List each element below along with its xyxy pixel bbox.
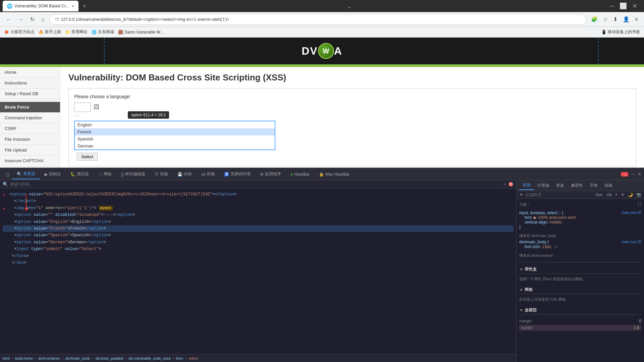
right-tab-animation[interactable]: 动画	[601, 181, 616, 190]
right-tab-compat[interactable]: 兼容性	[568, 181, 586, 190]
new-tab-button[interactable]: +	[80, 3, 89, 10]
maximize-button[interactable]: ⬜	[620, 2, 627, 10]
breadcrumb-main-body[interactable]: div#main_body	[65, 356, 90, 360]
devtools-tab-memory[interactable]: 💾 内存	[173, 169, 197, 179]
dvwa-bookmark-icon: 🟫	[118, 30, 123, 35]
sidebar-item-insecure-captcha[interactable]: Insecure CAPTCHA	[0, 156, 60, 166]
forward-button[interactable]: →	[16, 15, 25, 24]
mobile-bookmarks[interactable]: 📱 移动设备上的书签	[601, 29, 640, 35]
right-tab-computed[interactable]: 计算值	[534, 181, 553, 190]
devtools-tab-max-hackbar[interactable]: 🔒 Max HackBar	[314, 170, 354, 179]
bookmark-newuser[interactable]: 🔥 新手上路	[39, 29, 61, 35]
sidebar-item-csrf[interactable]: CSRF	[0, 123, 60, 134]
sidebar-item-setup[interactable]: Setup / Reset DB	[0, 88, 60, 99]
main-body-prop-fontsize: font-size: 13px; ⚠	[519, 244, 558, 249]
address-text: 127.0.0.1/dvwa/vulnerabilities/xss_d/?de…	[61, 17, 229, 22]
breadcrumb-container[interactable]: div#container	[38, 356, 60, 360]
pick-element-button[interactable]: 🎯	[508, 182, 514, 187]
sidebar-item-brute-force[interactable]: Brute Force	[0, 102, 60, 113]
breadcrumb-html[interactable]: html	[3, 356, 10, 360]
devtools-tab-inspector[interactable]: 🔍 查看器	[12, 169, 40, 179]
menu-button[interactable]: ≡	[633, 15, 640, 24]
screenshot-btn[interactable]: 📷	[636, 192, 641, 197]
bookmark-common[interactable]: 📁 常用网址	[65, 29, 88, 35]
home-button[interactable]: ⌂	[39, 15, 47, 24]
styles-filter-input[interactable]	[525, 192, 593, 197]
bookmark-jd[interactable]: 🌐 京东商城	[92, 29, 114, 35]
border-label: border	[521, 325, 533, 330]
bookmark-dvwa[interactable]: 🟫 Damn Vulnerable W...	[118, 30, 163, 35]
breadcrumb-vuln-area[interactable]: div.vulnerable_code_area	[128, 356, 170, 360]
element-styles: 元素 :: { }	[519, 201, 641, 208]
devtools-tab-accessibility[interactable]: ♿ 无障碍环境	[219, 169, 255, 179]
sidebar-item-file-upload[interactable]: File Upload	[0, 145, 60, 156]
grid-section-title[interactable]: ▼ 网格	[519, 286, 641, 294]
tab-list-button[interactable]: ⌄	[347, 3, 352, 9]
breadcrumb-body-padded[interactable]: div.body_padded	[96, 356, 123, 360]
select-button[interactable]: Select	[77, 153, 98, 161]
sidebar-item-command-injection[interactable]: Command Injection	[0, 113, 60, 123]
firefox-icon: 🦊	[4, 30, 9, 35]
add-rule-btn[interactable]: +	[615, 192, 618, 197]
language-select[interactable]	[74, 103, 91, 112]
devtools-tab-network[interactable]: ↑↓ 网络	[94, 169, 116, 179]
devtools-tab-debugger[interactable]: 🐛 调试器	[66, 169, 94, 179]
refresh-button[interactable]: ↻	[28, 15, 37, 24]
devtools-tab-app[interactable]: ⚙ 应用程序	[255, 169, 286, 179]
sidebar-item-file-inclusion[interactable]: File Inclusion	[0, 134, 60, 145]
devtools-tab-hackbar[interactable]: ● HackBar	[286, 170, 314, 179]
dark-theme-btn[interactable]: 🌙	[628, 192, 633, 197]
option-german[interactable]: German	[75, 142, 275, 149]
extensions-button[interactable]: 🧩	[589, 15, 600, 24]
error-icon: !	[623, 172, 624, 176]
minimize-button[interactable]: ─	[610, 3, 614, 10]
breadcrumb-form[interactable]: form	[176, 356, 183, 360]
breadcrumb-body[interactable]: body.home	[15, 356, 33, 360]
css-class-btn[interactable]: .cls	[606, 192, 612, 197]
tab-close-button[interactable]: ✕	[71, 4, 74, 8]
devtools-inspector-icon[interactable]: ◻	[3, 172, 12, 177]
box-model-values: margin 0 border 1.6	[519, 316, 641, 334]
right-tab-changes[interactable]: 更改	[553, 181, 568, 190]
inherit-css-file[interactable]: main.css:32	[622, 240, 641, 244]
sidebar-item-instructions[interactable]: Instructions	[0, 78, 60, 88]
close-button[interactable]: ✕	[632, 2, 637, 10]
address-bar[interactable]: 🛡 127.0.0.1/dvwa/vulnerabilities/xss_d/?…	[49, 14, 586, 25]
dvwa-header: DV W A	[0, 38, 644, 64]
light-theme-btn[interactable]: ☀	[621, 192, 625, 197]
devtools-tab-performance[interactable]: ⏱ 性能	[150, 169, 173, 179]
bookmark-button[interactable]: ☆	[601, 15, 610, 24]
page-title: Vulnerability: DOM Based Cross Site Scri…	[68, 72, 636, 83]
breadcrumb-select[interactable]: select	[189, 356, 198, 360]
bookmarks-bar: 🦊 火狐官方站点 🔥 新手上路 📁 常用网址 🌐 京东商城 🟫 Damn Vul…	[0, 27, 644, 38]
dvwa-sidebar: Home Instructions Setup / Reset DB Brute…	[0, 67, 60, 168]
devtools-tab-style-editor[interactable]: {} 样式编辑器	[116, 169, 150, 179]
option-tooltip: option 611.4 × 19.2	[128, 111, 169, 119]
option-english[interactable]: English	[75, 121, 275, 128]
devtools-tab-console[interactable]: ▶ 控制台	[40, 169, 66, 179]
browser-window: 🌐 Vulnerability: DOM Based Cr... ✕ + ⌄ ─…	[0, 0, 644, 362]
input-css-file[interactable]: main.css:32	[622, 210, 641, 215]
active-tab[interactable]: 🌐 Vulnerability: DOM Based Cr... ✕	[3, 1, 78, 11]
right-tab-layout[interactable]: 布局	[519, 181, 534, 190]
profile-button[interactable]: 👤	[621, 15, 632, 24]
back-button[interactable]: ←	[4, 15, 13, 24]
inherit-container-label: 继承自 div#container	[519, 252, 641, 259]
download-button[interactable]: ⬇	[611, 15, 620, 24]
sidebar-item-sql-injection[interactable]: SQL Injection	[0, 166, 60, 168]
sidebar-item-home[interactable]: Home	[0, 67, 60, 78]
devtools-tab-storage[interactable]: 🗃 存储	[197, 169, 219, 179]
box-model-title[interactable]: ▼ 盒模型	[519, 306, 641, 315]
html-search-input[interactable]	[10, 182, 501, 187]
debugger-icon: 🐛	[70, 172, 75, 177]
pseudo-class-btn[interactable]: :hov	[595, 192, 602, 197]
devtools-close-button[interactable]: ✕	[638, 172, 641, 177]
flex-section-title[interactable]: ▼ 弹性盒	[519, 265, 641, 274]
devtools-more-button[interactable]: ⋯	[631, 172, 635, 177]
right-tab-fonts[interactable]: 字体	[586, 181, 601, 190]
option-french[interactable]: French	[75, 128, 275, 135]
option-spanish[interactable]: Spanish	[75, 135, 275, 142]
add-node-button[interactable]: +	[503, 182, 506, 187]
divider	[519, 262, 641, 262]
bookmark-firefox[interactable]: 🦊 火狐官方站点	[4, 29, 35, 35]
